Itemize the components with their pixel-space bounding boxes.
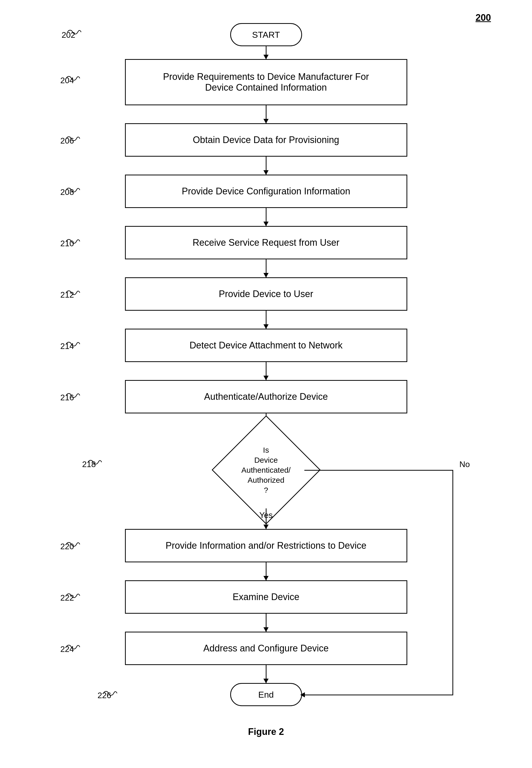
step-206-box: Obtain Device Data for Provisioning xyxy=(125,123,407,157)
no-path-arrowhead xyxy=(300,692,305,697)
arrow-204-206 xyxy=(266,105,266,123)
arrow-210-212 xyxy=(266,259,266,277)
wavy-214 xyxy=(65,340,80,348)
wavy-220 xyxy=(65,541,80,548)
step-218-decision: IsDeviceAuthenticated/Authorized? xyxy=(228,432,305,509)
wavy-206 xyxy=(65,135,80,142)
wavy-218 xyxy=(87,458,102,466)
start-label: START xyxy=(252,30,280,40)
diagram-container: 200 START 202 Provide Requirements to De… xyxy=(0,0,532,768)
wavy-210 xyxy=(65,237,80,245)
arrow-208-210 xyxy=(266,208,266,226)
wavy-216 xyxy=(65,392,80,399)
no-path-horizontal-top xyxy=(304,470,453,471)
step-212-box: Provide Device to User xyxy=(125,277,407,311)
no-path-vertical-right xyxy=(452,470,453,695)
step-208-text: Provide Device Configuration Information xyxy=(182,186,350,197)
arrow-218-yes-220 xyxy=(266,509,266,529)
step-208-box: Provide Device Configuration Information xyxy=(125,175,407,208)
step-216-box: Authenticate/Authorize Device xyxy=(125,380,407,414)
wavy-226 xyxy=(102,689,118,697)
arrow-220-222 xyxy=(266,562,266,580)
step-204-text: Provide Requirements to Device Manufactu… xyxy=(163,71,369,93)
wavy-202 xyxy=(66,28,82,36)
end-label: End xyxy=(258,690,274,700)
arrow-start-204 xyxy=(266,46,266,59)
step-224-text: Address and Configure Device xyxy=(203,643,328,654)
step-210-box: Receive Service Request from User xyxy=(125,226,407,259)
step-206-text: Obtain Device Data for Provisioning xyxy=(193,134,339,145)
start-terminal: START xyxy=(230,23,302,46)
arrow-224-226 xyxy=(266,665,266,683)
figure-number: 200 xyxy=(476,12,491,23)
step-222-box: Examine Device xyxy=(125,580,407,614)
step-222-text: Examine Device xyxy=(233,592,299,602)
arrow-212-214 xyxy=(266,311,266,329)
step-214-box: Detect Device Attachment to Network xyxy=(125,329,407,362)
figure-caption: Figure 2 xyxy=(248,726,284,737)
step-224-box: Address and Configure Device xyxy=(125,632,407,665)
step-212-text: Provide Device to User xyxy=(219,288,313,299)
wavy-212 xyxy=(65,289,80,296)
step-210-text: Receive Service Request from User xyxy=(192,237,339,248)
no-path-horizontal-bottom xyxy=(302,695,453,695)
wavy-222 xyxy=(65,592,80,600)
step-220-text: Provide Information and/or Restrictions … xyxy=(166,540,366,551)
arrow-214-216 xyxy=(266,362,266,380)
arrow-222-224 xyxy=(266,614,266,632)
wavy-208 xyxy=(65,186,80,194)
step-216-text: Authenticate/Authorize Device xyxy=(204,391,328,402)
arrow-206-208 xyxy=(266,157,266,175)
step-214-text: Detect Device Attachment to Network xyxy=(189,340,342,351)
wavy-204 xyxy=(65,74,80,82)
wavy-224 xyxy=(65,643,80,651)
step-220-box: Provide Information and/or Restrictions … xyxy=(125,529,407,562)
no-label: No xyxy=(459,460,470,469)
end-terminal: End xyxy=(230,683,302,706)
step-204-box: Provide Requirements to Device Manufactu… xyxy=(125,59,407,105)
step-218-text: IsDeviceAuthenticated/Authorized? xyxy=(239,443,293,498)
